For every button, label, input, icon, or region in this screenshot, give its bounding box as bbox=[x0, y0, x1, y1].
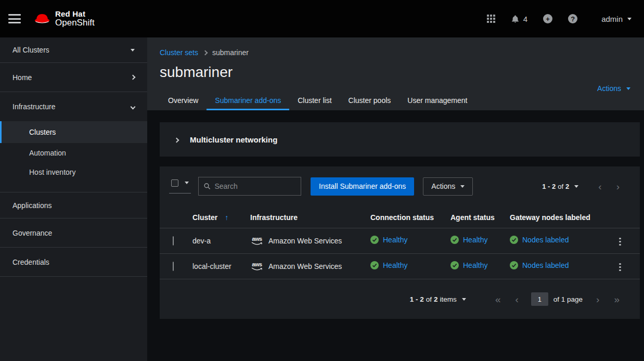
bulk-select-dropdown[interactable] bbox=[169, 179, 191, 194]
sidebar-item-host-inventory[interactable]: Host inventory bbox=[0, 162, 147, 182]
sidebar-item-clusters[interactable]: Clusters bbox=[0, 121, 147, 143]
check-circle-icon bbox=[510, 236, 518, 244]
masthead: Red Hat OpenShift 4 + ? admin bbox=[0, 0, 644, 37]
caret-down-icon bbox=[574, 185, 578, 188]
submariner-addons-card: Install Submariner add-ons Actions 1 - 2… bbox=[160, 166, 640, 319]
red-hat-fedora-icon bbox=[33, 12, 51, 26]
tab-submariner-add-ons[interactable]: Submariner add-ons bbox=[207, 93, 289, 110]
pagination-menu-toggle[interactable]: 1 - 2 of 2 items bbox=[410, 295, 466, 303]
tab-cluster-pools[interactable]: Cluster pools bbox=[340, 93, 400, 110]
chevron-right-icon bbox=[131, 75, 136, 80]
sidebar-item-automation[interactable]: Automation bbox=[0, 143, 147, 162]
brand-text: Red Hat OpenShift bbox=[55, 10, 95, 28]
connection-status-link[interactable]: Healthy bbox=[383, 261, 407, 269]
brand-top: Red Hat bbox=[55, 10, 95, 18]
sidebar-item-credentials[interactable]: Credentials bbox=[0, 248, 147, 277]
first-page-button[interactable]: « bbox=[488, 294, 508, 304]
gateway-nodes-link[interactable]: Nodes labeled bbox=[522, 261, 569, 269]
check-circle-icon bbox=[370, 261, 379, 269]
gateway-nodes-link[interactable]: Nodes labeled bbox=[522, 236, 569, 244]
table-row: local-cluster aws Amazon Web Services bbox=[160, 253, 640, 279]
check-circle-icon bbox=[450, 236, 459, 244]
caret-down-icon bbox=[627, 18, 632, 20]
header-checkbox-cell bbox=[160, 207, 192, 228]
openshift-console: Red Hat OpenShift 4 + ? admin All Cl bbox=[0, 0, 644, 361]
masthead-toolbar: 4 + ? admin bbox=[487, 14, 632, 23]
infrastructure-cell: aws Amazon Web Services bbox=[250, 262, 370, 271]
row-kebab-menu[interactable] bbox=[615, 260, 625, 275]
connection-status-link[interactable]: Healthy bbox=[383, 236, 407, 244]
multicluster-networking-section[interactable]: Multicluster networking bbox=[160, 122, 640, 157]
row-checkbox[interactable] bbox=[173, 262, 174, 271]
tab-cluster-list[interactable]: Cluster list bbox=[289, 93, 340, 110]
caret-down-icon bbox=[185, 182, 189, 184]
page-number-input[interactable] bbox=[531, 292, 548, 306]
column-header-cluster[interactable]: Cluster↑ bbox=[192, 207, 250, 228]
check-circle-icon bbox=[510, 261, 518, 269]
caret-down-icon bbox=[462, 298, 466, 301]
sidebar-item-label: Credentials bbox=[12, 258, 49, 266]
sidebar-item-governance[interactable]: Governance bbox=[0, 218, 147, 248]
infrastructure-cell: aws Amazon Web Services bbox=[250, 236, 370, 246]
tab-user-management[interactable]: User management bbox=[399, 93, 475, 110]
last-page-button[interactable]: » bbox=[607, 294, 627, 304]
table-header-row: Cluster↑ Infrastructure Connection statu… bbox=[160, 207, 640, 228]
chevron-down-icon bbox=[131, 104, 136, 109]
user-menu[interactable]: admin bbox=[601, 15, 632, 23]
pagination-top: 1 - 2 of 2 ‹ › bbox=[542, 182, 627, 191]
next-page-button[interactable]: › bbox=[589, 294, 607, 304]
notifications-button[interactable]: 4 bbox=[511, 15, 527, 23]
toolbar-actions-label: Actions bbox=[431, 182, 455, 190]
connection-status: Healthy bbox=[370, 261, 407, 269]
perspective-switcher[interactable]: All Clusters bbox=[0, 37, 147, 63]
bulk-select-checkbox[interactable] bbox=[171, 179, 178, 187]
pagination-items-label: items bbox=[440, 295, 457, 303]
caret-down-icon bbox=[460, 185, 465, 188]
page-actions-label: Actions bbox=[597, 84, 621, 93]
install-submariner-button[interactable]: Install Submariner add-ons bbox=[311, 177, 414, 196]
aws-logo-text: aws bbox=[252, 262, 262, 267]
sidebar-item-label: Applications bbox=[12, 201, 52, 210]
sort-ascending-icon: ↑ bbox=[225, 213, 228, 222]
nav-toggle-icon[interactable] bbox=[8, 14, 21, 23]
aws-logo-icon: aws bbox=[250, 236, 264, 246]
agent-status-link[interactable]: Healthy bbox=[463, 261, 487, 269]
prev-page-button[interactable]: ‹ bbox=[508, 294, 525, 304]
aws-logo-text: aws bbox=[252, 236, 262, 242]
cluster-name-cell: local-cluster bbox=[192, 253, 250, 279]
next-page-button[interactable]: › bbox=[609, 182, 627, 191]
tab-overview[interactable]: Overview bbox=[160, 93, 207, 110]
connection-status: Healthy bbox=[370, 236, 407, 244]
expand-chevron-right-icon[interactable] bbox=[173, 133, 181, 146]
agent-status: Healthy bbox=[450, 236, 487, 244]
pagination-menu-toggle[interactable]: 1 - 2 of 2 bbox=[542, 183, 578, 190]
help-icon[interactable]: ? bbox=[568, 14, 577, 23]
sidebar-item-home[interactable]: Home bbox=[0, 63, 147, 92]
create-plus-icon[interactable]: + bbox=[543, 14, 552, 23]
tabs: Overview Submariner add-ons Cluster list… bbox=[160, 93, 475, 110]
search-input[interactable] bbox=[214, 182, 295, 190]
sidebar-item-applications[interactable]: Applications bbox=[0, 192, 147, 218]
breadcrumb-cluster-sets-link[interactable]: Cluster sets bbox=[160, 48, 198, 57]
bell-icon bbox=[511, 15, 520, 23]
prev-page-button[interactable]: ‹ bbox=[591, 182, 609, 191]
brand-logo[interactable]: Red Hat OpenShift bbox=[33, 10, 95, 28]
page-of-label: of 1 page bbox=[553, 295, 583, 303]
pagination-total: 2 bbox=[565, 183, 569, 190]
infrastructure-name: Amazon Web Services bbox=[268, 262, 342, 270]
column-label: Cluster bbox=[192, 213, 217, 222]
agent-status-link[interactable]: Healthy bbox=[463, 236, 487, 244]
page-actions-dropdown[interactable]: Actions bbox=[597, 84, 630, 93]
pagination-controls: « ‹ of 1 page › » bbox=[488, 292, 627, 306]
gateway-nodes-status: Nodes labeled bbox=[510, 261, 569, 269]
row-checkbox[interactable] bbox=[173, 236, 174, 246]
row-kebab-menu[interactable] bbox=[615, 235, 625, 249]
pagination-of: of bbox=[558, 183, 563, 190]
page-title: submariner bbox=[160, 64, 632, 81]
toolbar-actions-dropdown[interactable]: Actions bbox=[423, 177, 473, 196]
gateway-nodes-status: Nodes labeled bbox=[510, 236, 569, 244]
sidebar-item-label: Automation bbox=[29, 149, 66, 157]
app-launcher-icon[interactable] bbox=[487, 15, 495, 23]
breadcrumb-current: submariner bbox=[212, 48, 249, 57]
sidebar-item-infrastructure[interactable]: Infrastructure bbox=[0, 92, 147, 121]
